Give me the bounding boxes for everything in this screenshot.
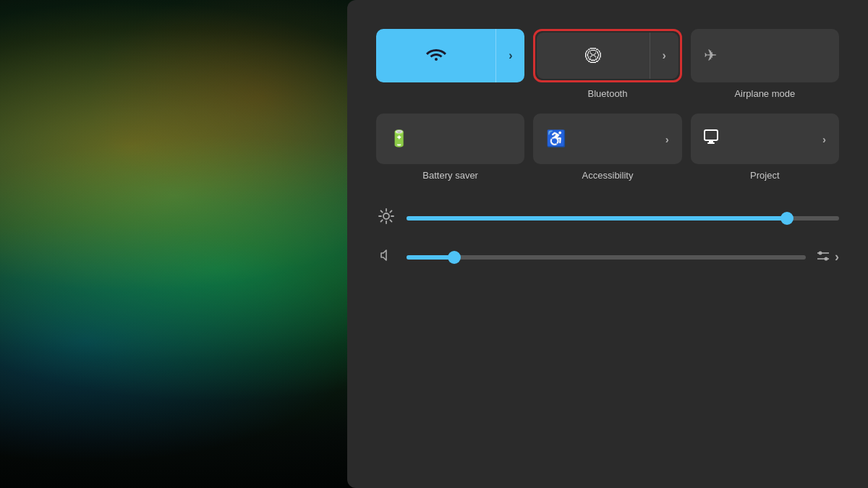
brightness-icon	[376, 208, 396, 228]
svg-point-14	[819, 251, 822, 254]
wifi-tile-main[interactable]	[376, 29, 495, 82]
battery-label: Battery saver	[376, 170, 524, 181]
bluetooth-tile-main[interactable]: ⨷	[537, 33, 649, 79]
project-chevron: ›	[822, 133, 826, 145]
accessibility-tile[interactable]: ♿ ›	[533, 114, 681, 164]
airplane-label: Airplane mode	[691, 88, 839, 99]
volume-slider-row: ›	[376, 248, 839, 266]
airplane-mode-tile[interactable]: ✈	[691, 29, 839, 82]
bluetooth-icon: ⨷	[585, 46, 601, 65]
project-label: Project	[691, 170, 839, 181]
tiles-row-2-labels: Battery saver Accessibility Project	[376, 170, 839, 181]
tiles-row-2: 🔋 ♿ › ›	[376, 114, 839, 164]
volume-end-controls: ›	[816, 249, 839, 265]
project-tile[interactable]: ›	[691, 114, 839, 164]
svg-rect-0	[705, 130, 718, 140]
volume-chevron[interactable]: ›	[835, 249, 839, 265]
svg-rect-2	[707, 142, 715, 144]
bluetooth-chevron[interactable]: ›	[650, 33, 678, 79]
wifi-chevron[interactable]: ›	[495, 29, 524, 82]
svg-rect-1	[709, 141, 713, 142]
wifi-icon	[426, 45, 446, 67]
svg-point-3	[383, 213, 389, 219]
wifi-tile[interactable]: ›	[376, 29, 524, 82]
volume-slider[interactable]	[407, 255, 806, 260]
brightness-fill	[407, 216, 787, 221]
bluetooth-tile[interactable]: ⨷ ›	[537, 33, 678, 79]
accessibility-chevron: ›	[665, 133, 669, 145]
brightness-slider[interactable]	[407, 216, 839, 221]
volume-icon	[376, 248, 396, 266]
svg-point-15	[825, 257, 828, 260]
tiles-row-1: › ⨷ › ✈	[376, 29, 839, 82]
accessibility-label: Accessibility	[533, 170, 681, 181]
bluetooth-tile-highlight: ⨷ ›	[533, 29, 681, 82]
volume-settings-icon[interactable]	[816, 249, 830, 265]
sliders-section: ›	[376, 208, 839, 266]
svg-line-9	[390, 220, 391, 221]
project-icon	[704, 129, 723, 149]
svg-line-8	[381, 211, 383, 213]
battery-saver-icon: 🔋	[389, 129, 409, 148]
wifi-label-spacer	[376, 88, 524, 99]
airplane-icon: ✈	[704, 46, 717, 65]
bluetooth-label: Bluetooth	[533, 88, 681, 99]
quick-settings-panel: › ⨷ › ✈	[347, 0, 868, 488]
tiles-row-1-labels: Bluetooth Airplane mode	[376, 88, 839, 99]
accessibility-icon: ♿	[546, 129, 566, 148]
brightness-slider-row	[376, 208, 839, 228]
svg-line-11	[381, 220, 383, 221]
brightness-thumb[interactable]	[780, 212, 793, 225]
volume-thumb[interactable]	[448, 251, 461, 264]
battery-saver-tile[interactable]: 🔋	[376, 114, 524, 164]
svg-line-10	[390, 211, 391, 213]
